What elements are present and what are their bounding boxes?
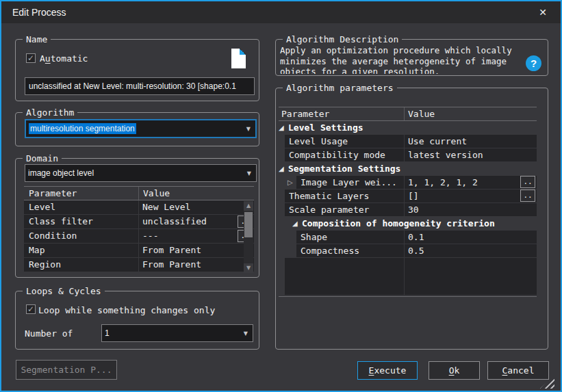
param-cell: Shape bbox=[301, 231, 404, 244]
table-row[interactable]: Compactness0.5 bbox=[279, 244, 537, 257]
scroll-thumb[interactable] bbox=[244, 212, 253, 237]
table-row[interactable]: ◢Segmentation Settings bbox=[279, 162, 537, 175]
chevron-down-icon[interactable]: ▼ bbox=[247, 170, 251, 177]
param-cell: Scale parameter bbox=[289, 203, 404, 216]
param-cell: Level Usage bbox=[289, 135, 404, 148]
param-cell: Region bbox=[29, 258, 137, 272]
domain-group-label: Domain bbox=[23, 153, 62, 164]
column-divider bbox=[404, 107, 405, 120]
param-cell: Compatibility mode bbox=[289, 148, 404, 161]
value-cell: 1, 1, 2, 1, 2 bbox=[408, 176, 518, 189]
algorithm-select[interactable]: multiresolution segmentation ▼ bbox=[25, 119, 257, 138]
ellipsis-button[interactable]: .. bbox=[520, 190, 535, 202]
automatic-checkbox-label: Automatic bbox=[40, 53, 88, 64]
column-divider bbox=[404, 244, 405, 257]
param-cell: Condition bbox=[29, 229, 137, 243]
column-divider bbox=[404, 231, 405, 244]
loop-checkbox[interactable]: ✓ bbox=[26, 304, 36, 314]
param-cell: Thematic Layers bbox=[289, 190, 404, 202]
number-of-select[interactable]: 1 ▼ bbox=[101, 324, 253, 342]
table-row[interactable]: LevelNew Level bbox=[24, 200, 254, 214]
scroll-up-icon[interactable]: ▲ bbox=[244, 201, 253, 211]
table-row[interactable]: ◢Composition of homogeneity criterion bbox=[279, 217, 537, 230]
value-cell: --- bbox=[142, 229, 253, 243]
titlebar[interactable]: Edit Process ✕ bbox=[1, 1, 561, 23]
algorithm-group-label: Algorithm bbox=[23, 107, 77, 118]
number-of-label: Number of bbox=[25, 328, 73, 339]
domain-selected-text: image object level bbox=[28, 168, 94, 178]
algorithm-description-text: Apply an optimization procedure which lo… bbox=[280, 45, 521, 74]
segmentation-params-button[interactable]: Segmentation P... bbox=[16, 360, 117, 380]
param-cell: Map bbox=[29, 244, 137, 257]
column-divider bbox=[404, 176, 405, 189]
param-col-value: Value bbox=[408, 107, 435, 121]
column-divider bbox=[138, 229, 139, 243]
param-cell: Image Layer wei... bbox=[301, 176, 404, 189]
expand-icon[interactable]: ◢ bbox=[279, 164, 284, 174]
ellipsis-button[interactable]: .. bbox=[520, 176, 535, 188]
column-divider bbox=[404, 135, 405, 148]
table-row[interactable]: ◢Level Settings bbox=[279, 121, 537, 134]
collapse-icon[interactable]: ▷ bbox=[288, 178, 293, 187]
ok-button[interactable]: Ok bbox=[429, 361, 480, 380]
expand-icon[interactable]: ◢ bbox=[292, 219, 298, 228]
table-row[interactable]: Shape0.1 bbox=[279, 231, 537, 244]
expand-icon[interactable]: ◢ bbox=[279, 123, 284, 133]
cancel-button[interactable]: Cancel bbox=[487, 361, 549, 380]
chevron-down-icon[interactable]: ▼ bbox=[246, 126, 251, 132]
column-divider bbox=[138, 215, 139, 228]
table-row[interactable]: RegionFrom Parent bbox=[24, 258, 254, 272]
name-group-label: Name bbox=[23, 34, 51, 45]
domain-table-rows: LevelNew LevelClass filterunclassified..… bbox=[24, 200, 254, 272]
column-divider bbox=[404, 148, 405, 161]
parameters-group-label: Algorithm parameters bbox=[283, 82, 397, 94]
domain-scrollbar[interactable]: ▲ ▼ bbox=[244, 201, 253, 273]
column-divider bbox=[404, 203, 405, 216]
window-title: Edit Process bbox=[12, 1, 66, 23]
help-icon[interactable]: ? bbox=[526, 55, 541, 71]
domain-select[interactable]: image object level ▼ bbox=[25, 164, 257, 182]
value-cell: [] bbox=[408, 190, 518, 202]
parameters-table: Parameter Value ◢Level SettingsLevel Usa… bbox=[279, 107, 537, 297]
table-row[interactable]: Class filterunclassified.. bbox=[24, 215, 254, 228]
value-cell: From Parent bbox=[142, 244, 253, 257]
close-icon[interactable]: ✕ bbox=[535, 4, 551, 21]
loops-group-label: Loops & Cycles bbox=[23, 285, 105, 297]
param-cell: Level Settings bbox=[288, 121, 537, 134]
param-cell: Compactness bbox=[301, 244, 404, 257]
domain-col-parameter: Parameter bbox=[29, 187, 77, 200]
table-row[interactable]: Compatibility modelatest version bbox=[279, 148, 537, 161]
parameters-table-header: Parameter Value bbox=[279, 107, 537, 121]
execute-button[interactable]: Execute bbox=[357, 361, 418, 380]
domain-table-header: Parameter Value bbox=[24, 186, 254, 200]
table-row[interactable]: Level UsageUse current bbox=[279, 135, 537, 148]
table-row[interactable]: Scale parameter30 bbox=[279, 203, 537, 216]
column-divider bbox=[138, 258, 139, 272]
document-fold bbox=[240, 49, 246, 55]
value-cell: Use current bbox=[408, 135, 518, 148]
column-divider bbox=[138, 244, 139, 257]
column-divider bbox=[138, 187, 139, 200]
scroll-down-icon[interactable]: ▼ bbox=[244, 263, 253, 273]
value-cell: 30 bbox=[408, 203, 518, 216]
parameters-table-rows: ◢Level SettingsLevel UsageUse currentCom… bbox=[279, 121, 537, 257]
param-cell: Segmentation Settings bbox=[288, 162, 537, 175]
description-line: minimizes the average heterogeneity of i… bbox=[280, 56, 521, 67]
value-cell: unclassified bbox=[142, 215, 253, 228]
automatic-checkbox[interactable]: ✓ bbox=[26, 53, 36, 63]
algorithm-selected-text: multiresolution segmentation bbox=[29, 123, 136, 134]
chevron-down-icon[interactable]: ▼ bbox=[244, 330, 248, 337]
table-row[interactable]: MapFrom Parent bbox=[24, 244, 254, 257]
parameters-table-filler bbox=[279, 258, 537, 297]
table-row[interactable]: ▷Image Layer wei...1, 1, 2, 1, 2.. bbox=[279, 176, 537, 189]
param-cell: Composition of homogeneity criterion bbox=[302, 217, 537, 230]
param-cell: Level bbox=[29, 200, 137, 214]
column-divider bbox=[404, 190, 405, 202]
table-row[interactable]: Condition---.. bbox=[24, 229, 254, 243]
value-cell: 0.1 bbox=[408, 231, 518, 244]
process-name-field[interactable]: unclassified at New Level: multi-resolut… bbox=[25, 77, 255, 95]
table-row[interactable]: Thematic Layers[].. bbox=[279, 190, 537, 202]
domain-col-value: Value bbox=[143, 187, 170, 200]
number-of-value: 1 bbox=[105, 328, 110, 338]
document-icon[interactable] bbox=[231, 49, 246, 68]
